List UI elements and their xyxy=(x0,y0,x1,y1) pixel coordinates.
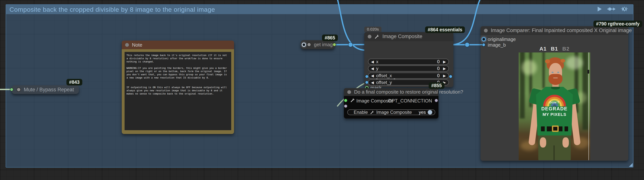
eye-icon[interactable] xyxy=(620,6,628,12)
input-image-b[interactable] xyxy=(482,43,486,46)
photo-shirt-text-line2: DEGRADE xyxy=(536,106,573,112)
node-badge-865: #865 xyxy=(322,34,338,41)
input-originalimage[interactable] xyxy=(482,37,486,41)
output-port[interactable] xyxy=(332,43,336,46)
wrench-icon xyxy=(370,110,374,114)
photo-belt-buckle xyxy=(552,126,559,132)
photo-man-collar xyxy=(551,87,560,90)
comparer-divider[interactable] xyxy=(588,52,589,160)
widget-value[interactable]: 0 xyxy=(437,59,440,64)
node-image-composite[interactable]: Image Composite originalimage source mas… xyxy=(364,32,453,87)
timing-label: 0.020s xyxy=(364,26,382,32)
increment-arrow-icon[interactable]: ▶ xyxy=(443,66,446,71)
toggle-label: Enable xyxy=(354,110,368,115)
play-icon[interactable] xyxy=(597,6,602,12)
node-get-image[interactable]: get image xyxy=(301,40,335,49)
bypass-icon[interactable] xyxy=(607,6,616,12)
node-final-composite-toggle[interactable]: Do a final composite to restore original… xyxy=(344,88,438,118)
group-resize-handle[interactable] xyxy=(629,163,633,167)
collapse-dot[interactable] xyxy=(368,35,372,38)
decrement-arrow-icon[interactable]: ◀ xyxy=(371,60,374,64)
widget-label: offset_y xyxy=(376,80,437,85)
node-header[interactable]: Image Comparer: Final Inpainted composit… xyxy=(480,26,628,35)
toggle-value[interactable]: yes xyxy=(419,110,426,115)
note-header[interactable]: Note xyxy=(122,40,234,49)
photo-man-left-hand xyxy=(540,137,546,148)
input-port[interactable] xyxy=(10,88,14,91)
collapse-dot[interactable] xyxy=(307,43,311,46)
group-title: Composite back the cropped divisible by … xyxy=(10,6,215,13)
photo-man-eye xyxy=(552,72,554,73)
row-output-port[interactable] xyxy=(434,99,438,102)
widget-value[interactable]: 0 xyxy=(437,66,440,71)
photo-tree-trunk xyxy=(582,52,588,130)
ring-icon[interactable] xyxy=(302,43,306,47)
photo-man-hair-tuft xyxy=(560,59,565,63)
comparer-photo[interactable]: DON'T DEGRADE MY PIXELS xyxy=(519,52,590,160)
toggle-target: Image Composite xyxy=(376,110,419,115)
widget-label: offset_x xyxy=(376,73,437,78)
row-status-dot[interactable] xyxy=(344,99,348,102)
node-note[interactable]: Note This returns the image back to it's… xyxy=(122,40,234,134)
row-label: Image Composite xyxy=(356,98,393,104)
collapse-dot[interactable] xyxy=(16,88,21,92)
photo-man-pants-shadow xyxy=(554,145,555,160)
increment-arrow-icon[interactable]: ▶ xyxy=(443,74,446,78)
group-header-icons xyxy=(597,6,628,12)
photo-tree-trunk xyxy=(542,52,545,88)
widget-enable-image-composite[interactable]: Enable Image Composite yes xyxy=(347,110,435,115)
photo-belt-loop xyxy=(562,126,564,132)
photo-light-blob xyxy=(566,56,583,70)
photo-shirt-text-line3: MY PIXELS xyxy=(536,112,573,117)
photo-belt-loop xyxy=(545,126,547,132)
comparer-tabs: A1 B1 B2 xyxy=(519,46,590,52)
node-badge-864: #864 essentials xyxy=(425,26,465,33)
wrench-icon xyxy=(350,98,355,102)
tab-b2[interactable]: B2 xyxy=(562,46,570,52)
tab-b1[interactable]: B1 xyxy=(551,46,558,52)
node-header[interactable]: Image Composite xyxy=(364,32,453,41)
decrement-arrow-icon[interactable]: ◀ xyxy=(371,80,374,85)
decrement-arrow-icon[interactable]: ◀ xyxy=(371,66,374,71)
toggle-knob[interactable] xyxy=(428,110,432,114)
comparer-divider-handle[interactable] xyxy=(588,70,589,74)
photo-shirt-rainbow xyxy=(543,95,566,106)
collapse-dot[interactable] xyxy=(125,43,129,47)
input-label: image_b xyxy=(488,42,506,48)
node-title: Mute / Bypass Repeat xyxy=(24,87,74,93)
extra-input-port[interactable] xyxy=(344,104,348,108)
node-image-comparer[interactable]: Image Comparer: Final Inpainted composit… xyxy=(480,26,628,161)
tab-a1[interactable]: A1 xyxy=(540,46,546,52)
node-title: get image xyxy=(314,42,336,48)
note-text[interactable]: This returns the image back to it's orig… xyxy=(124,52,231,130)
node-title: Image Comparer: Final Inpainted composit… xyxy=(491,28,632,34)
group-header[interactable]: Composite back the cropped divisible by … xyxy=(6,5,633,14)
collapse-dot[interactable] xyxy=(484,29,488,32)
output-image[interactable] xyxy=(449,75,452,78)
widget-x[interactable]: ◀ x 0 ▶ xyxy=(368,59,449,65)
widget-y[interactable]: ◀ y 0 ▶ xyxy=(368,66,449,72)
node-mute-bypass-repeat[interactable]: Mute / Bypass Repeat xyxy=(12,85,79,94)
collapse-dot[interactable] xyxy=(347,90,351,94)
node-badge-843: #843 xyxy=(66,79,82,86)
photo-light-blob xyxy=(522,60,537,75)
widget-offset-x[interactable]: ◀ offset_x 0 ▶ xyxy=(368,73,449,79)
photo-man-beard xyxy=(548,74,562,85)
widget-value[interactable]: 0 xyxy=(437,73,440,78)
photo-man-hair-tuft xyxy=(545,59,550,64)
decrement-arrow-icon[interactable]: ◀ xyxy=(371,74,374,78)
photo-shirt-text-line1: DON'T xyxy=(536,101,573,104)
widget-label: y xyxy=(376,66,437,71)
node-badge-790: #790 rgthree-comfy xyxy=(594,20,642,27)
increment-arrow-icon[interactable]: ▶ xyxy=(443,60,446,64)
photo-man-right-hand xyxy=(562,137,569,148)
node-header[interactable]: Do a final composite to restore original… xyxy=(344,88,438,96)
node-title: Note xyxy=(132,42,142,48)
wrench-icon xyxy=(374,34,380,39)
row-output-label: OPT_CONNECTION xyxy=(388,98,432,104)
photo-man-eye xyxy=(557,72,559,73)
node-canvas[interactable]: Composite back the cropped divisible by … xyxy=(0,0,644,180)
node-title: Image Composite xyxy=(382,34,422,40)
node-badge-855: #855 xyxy=(429,82,444,89)
node-title: Do a final composite to restore original… xyxy=(354,89,463,95)
